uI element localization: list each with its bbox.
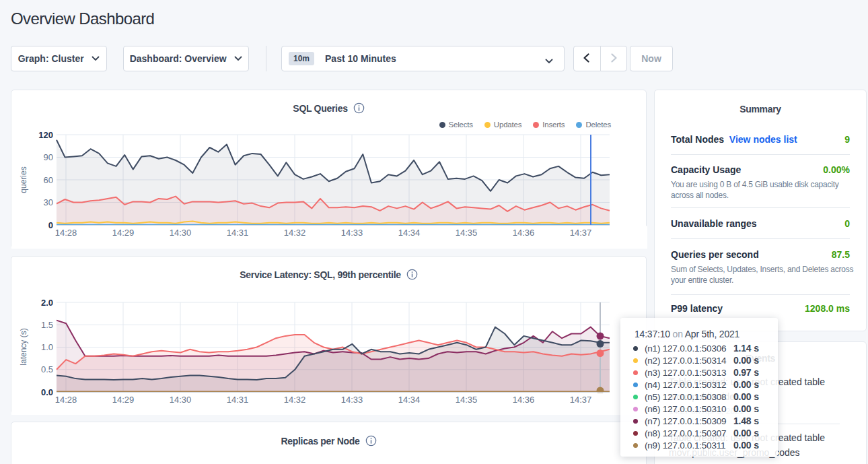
svg-text:2.0: 2.0 [41, 298, 53, 308]
svg-text:14:31: 14:31 [227, 228, 249, 238]
svg-text:14:28: 14:28 [55, 395, 77, 405]
svg-text:1.5: 1.5 [41, 320, 53, 330]
svg-text:14:35: 14:35 [456, 228, 478, 238]
svg-text:14:35: 14:35 [456, 395, 478, 405]
svg-text:30: 30 [44, 197, 53, 207]
svg-text:120: 120 [38, 130, 53, 140]
svg-text:14:37: 14:37 [570, 395, 592, 405]
svg-text:90: 90 [44, 152, 53, 162]
svg-text:14:37: 14:37 [570, 228, 592, 238]
svg-text:latency (s): latency (s) [19, 328, 28, 365]
svg-text:14:36: 14:36 [513, 228, 535, 238]
svg-text:queries: queries [19, 166, 28, 193]
svg-text:14:34: 14:34 [398, 228, 421, 238]
svg-text:14:34: 14:34 [398, 395, 421, 405]
svg-text:0: 0 [48, 220, 53, 230]
svg-text:14:30: 14:30 [170, 228, 192, 238]
svg-text:14:29: 14:29 [112, 228, 135, 238]
svg-text:14:36: 14:36 [513, 395, 535, 405]
svg-text:0.0: 0.0 [41, 387, 53, 397]
svg-text:60: 60 [44, 175, 53, 185]
svg-text:14:32: 14:32 [284, 395, 306, 405]
svg-text:14:33: 14:33 [341, 395, 363, 405]
svg-text:0.5: 0.5 [41, 364, 53, 374]
svg-text:14:28: 14:28 [55, 228, 77, 238]
svg-text:14:33: 14:33 [341, 228, 363, 238]
svg-text:14:29: 14:29 [112, 395, 135, 405]
svg-text:14:32: 14:32 [284, 228, 306, 238]
svg-text:14:30: 14:30 [170, 395, 192, 405]
svg-text:1.0: 1.0 [41, 342, 53, 352]
svg-text:14:31: 14:31 [227, 395, 249, 405]
